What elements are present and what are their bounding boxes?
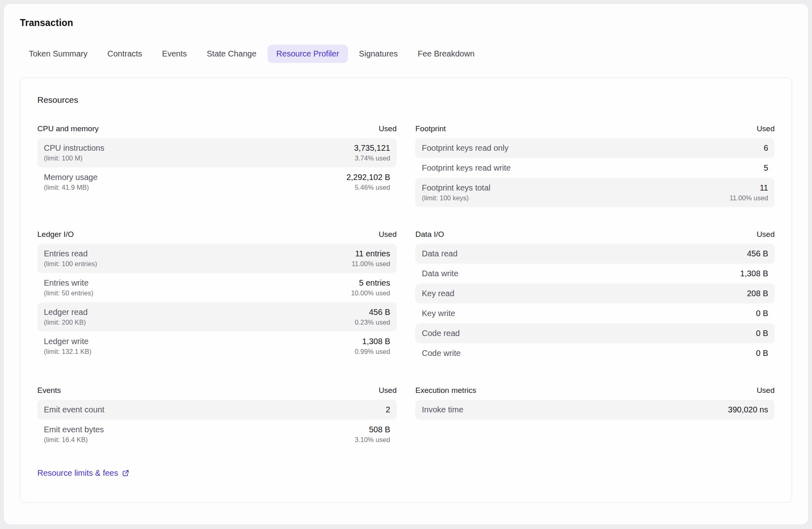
- resource-label: Entries write: [44, 278, 93, 288]
- resource-limit: (limit: 100 M): [44, 154, 104, 163]
- page-title: Transaction: [20, 17, 792, 28]
- section-header: Footprint Used: [415, 124, 775, 134]
- resource-percent-used: 3.74% used: [354, 154, 390, 163]
- row-left: Entries read (limit: 100 entries): [44, 248, 97, 269]
- table-row: Ledger write (limit: 132.1 KB) 1,308 B 0…: [37, 332, 397, 361]
- resource-value: 6: [764, 143, 768, 154]
- used-column-label: Used: [379, 385, 397, 396]
- tab-contracts[interactable]: Contracts: [99, 45, 151, 63]
- table-row: Code write 0 B: [415, 343, 775, 363]
- resource-value: 0 B: [756, 328, 768, 339]
- resource-label: Ledger read: [44, 307, 88, 318]
- row-left: Ledger write (limit: 132.1 KB): [44, 336, 91, 356]
- resource-value: 456 B: [355, 307, 390, 318]
- table-row: Emit event count 2: [37, 400, 397, 420]
- resources-card: Resources CPU and memory Used CPU instru…: [20, 78, 792, 503]
- resource-label: Emit event count: [44, 404, 104, 415]
- row-right: 1,308 B 0.99% used: [355, 336, 390, 356]
- resource-percent-used: 11.00% used: [352, 259, 390, 269]
- resource-percent-used: 3.10% used: [355, 435, 390, 444]
- resource-limit: (limit: 100 entries): [44, 259, 97, 269]
- tab-events[interactable]: Events: [153, 45, 196, 63]
- tab-fee-breakdown[interactable]: Fee Breakdown: [409, 45, 484, 63]
- table-row: Footprint keys read only 6: [415, 138, 775, 158]
- table-row: Ledger read (limit: 200 KB) 456 B 0.23% …: [37, 302, 397, 332]
- section-name: Data I/O: [415, 229, 444, 240]
- section-rows: CPU instructions (limit: 100 M) 3,735,12…: [37, 138, 397, 197]
- table-row: Invoke time 390,020 ns: [415, 400, 775, 420]
- resource-limit: (limit: 100 keys): [422, 193, 490, 203]
- resource-label: Invoke time: [422, 404, 463, 415]
- resource-value: 3,735,121: [354, 143, 390, 154]
- section-data-io: Data I/O Used Data read 456 B Data write…: [415, 229, 775, 363]
- table-row: Key read 208 B: [415, 284, 775, 304]
- resource-value: 11: [730, 182, 768, 193]
- used-column-label: Used: [379, 124, 397, 134]
- table-row: Code read 0 B: [415, 323, 775, 343]
- used-column-label: Used: [379, 229, 397, 240]
- resource-value: 208 B: [747, 288, 768, 299]
- resource-label: Key write: [422, 308, 455, 319]
- resource-percent-used: 5.46% used: [346, 183, 390, 192]
- section-name: CPU and memory: [37, 124, 99, 134]
- row-left: Entries write (limit: 50 entries): [44, 278, 93, 298]
- resource-value: 1,308 B: [355, 336, 390, 347]
- tab-state-change[interactable]: State Change: [198, 45, 265, 63]
- resource-label: Ledger write: [44, 336, 91, 347]
- row-right: 11 entries 11.00% used: [352, 248, 390, 269]
- resource-label: Data read: [422, 248, 458, 259]
- resource-value: 11 entries: [352, 248, 390, 259]
- tab-resource-profiler[interactable]: Resource Profiler: [268, 45, 348, 63]
- resource-limit: (limit: 50 entries): [44, 288, 93, 298]
- section-rows: Emit event count 2 Emit event bytes (lim…: [37, 400, 397, 449]
- section-header: Execution metrics Used: [415, 385, 775, 396]
- resource-label: Code write: [422, 348, 461, 359]
- resource-label: Footprint keys read only: [422, 143, 508, 154]
- resource-percent-used: 10.00% used: [351, 288, 390, 298]
- section-rows: Invoke time 390,020 ns: [415, 400, 775, 420]
- resource-label: Entries read: [44, 248, 97, 259]
- resources-grid: CPU and memory Used CPU instructions (li…: [37, 124, 775, 449]
- tab-bar: Token Summary Contracts Events State Cha…: [20, 45, 792, 63]
- resource-value: 2: [386, 404, 390, 415]
- resource-value: 2,292,102 B: [346, 172, 390, 183]
- resource-value: 390,020 ns: [728, 404, 768, 415]
- resource-value: 508 B: [355, 424, 390, 435]
- row-left: Emit event bytes (limit: 16.4 KB): [44, 424, 104, 444]
- table-row: Entries read (limit: 100 entries) 11 ent…: [37, 244, 397, 273]
- row-right: 456 B 0.23% used: [355, 307, 390, 327]
- tab-signatures[interactable]: Signatures: [350, 45, 407, 63]
- table-row: Emit event bytes (limit: 16.4 KB) 508 B …: [37, 420, 397, 449]
- section-events: Events Used Emit event count 2 Emit even…: [37, 385, 397, 449]
- resource-limits-fees-link[interactable]: Resource limits & fees: [37, 468, 130, 478]
- resource-label: CPU instructions: [44, 143, 104, 154]
- table-row: Key write 0 B: [415, 304, 775, 323]
- tab-token-summary[interactable]: Token Summary: [20, 45, 97, 63]
- table-row: Data write 1,308 B: [415, 264, 775, 284]
- resource-label: Data write: [422, 268, 458, 279]
- section-header: Data I/O Used: [415, 229, 775, 240]
- resource-value: 0 B: [756, 308, 768, 319]
- resource-percent-used: 0.23% used: [355, 318, 390, 327]
- section-header: CPU and memory Used: [37, 124, 397, 134]
- row-left: CPU instructions (limit: 100 M): [44, 143, 104, 163]
- used-column-label: Used: [757, 385, 775, 396]
- row-right: 2,292,102 B 5.46% used: [346, 172, 390, 192]
- section-header: Ledger I/O Used: [37, 229, 397, 240]
- resource-value: 5 entries: [351, 278, 390, 288]
- resource-value: 1,308 B: [740, 268, 768, 279]
- resource-label: Code read: [422, 328, 460, 339]
- row-left: Ledger read (limit: 200 KB): [44, 307, 88, 327]
- resource-limit: (limit: 132.1 KB): [44, 347, 91, 356]
- row-right: 508 B 3.10% used: [355, 424, 390, 444]
- resource-percent-used: 11.00% used: [730, 193, 768, 203]
- section-name: Events: [37, 385, 61, 396]
- resource-label: Emit event bytes: [44, 424, 104, 435]
- table-row: Footprint keys total (limit: 100 keys) 1…: [415, 178, 775, 207]
- row-right: 3,735,121 3.74% used: [354, 143, 390, 163]
- resource-label: Key read: [422, 288, 454, 299]
- external-link-icon: [122, 469, 130, 477]
- resource-label: Footprint keys total: [422, 182, 490, 193]
- transaction-panel: Transaction Token Summary Contracts Even…: [3, 3, 809, 525]
- section-execution-metrics: Execution metrics Used Invoke time 390,0…: [415, 385, 775, 449]
